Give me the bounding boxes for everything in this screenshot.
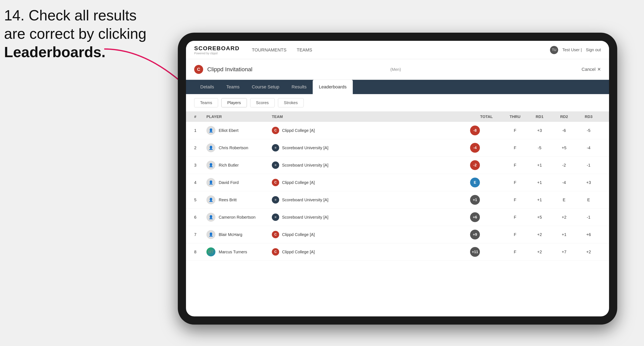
player-cell: 👤 Blair McHarg xyxy=(206,230,272,239)
player-avatar: 👤 xyxy=(206,230,216,239)
player-name: David Ford xyxy=(219,180,239,185)
team-logo: C xyxy=(272,248,279,256)
player-cell: 👤 Elliot Ebert xyxy=(206,126,272,135)
team-cell: ≡ Scoreboard University [A] xyxy=(272,213,470,221)
tab-teams[interactable]: Teams xyxy=(220,80,246,94)
rd3: +3 xyxy=(576,180,601,185)
player-cell: 👤 Cameron Robertson xyxy=(206,213,272,222)
nav-right: TU Test User | Sign out xyxy=(550,46,601,54)
player-cell: MT Marcus Turners xyxy=(206,247,272,256)
tab-details[interactable]: Details xyxy=(194,80,220,94)
logo-area: SCOREBOARD Powered by clippd xyxy=(194,45,240,55)
thru: F xyxy=(503,215,527,220)
tab-bar: Details Teams Course Setup Results Leade… xyxy=(186,80,609,94)
col-rd2: RD2 xyxy=(552,115,576,119)
score-badge: +11 xyxy=(470,247,480,257)
thru: F xyxy=(503,250,527,254)
tab-leaderboards[interactable]: Leaderboards xyxy=(313,80,353,94)
rd2: +7 xyxy=(552,250,576,254)
filter-bar: Teams Players Scores Strokes xyxy=(186,94,609,112)
score-badge: +1 xyxy=(470,195,480,205)
team-name: Clippd College [A] xyxy=(282,180,315,185)
nav-signout[interactable]: Sign out xyxy=(586,48,601,52)
thru: F xyxy=(503,232,527,237)
player-cell: 👤 Rich Butler xyxy=(206,161,272,170)
rd3: -1 xyxy=(576,215,601,220)
nav-teams[interactable]: TEAMS xyxy=(297,46,312,54)
rd3: -4 xyxy=(576,146,601,150)
player-avatar: MT xyxy=(206,247,216,256)
player-name: Rees Britt xyxy=(219,198,237,202)
cancel-button[interactable]: Cancel ✕ xyxy=(582,67,601,72)
team-logo: C xyxy=(272,127,279,134)
tournament-logo: C xyxy=(194,65,203,74)
rd3: -5 xyxy=(576,128,601,133)
table-body: 1 👤 Elliot Ebert C Clippd College [A] -8… xyxy=(186,122,609,316)
score-badge: E xyxy=(470,177,480,187)
table-row: 8 MT Marcus Turners C Clippd College [A]… xyxy=(186,243,609,261)
team-logo: ≡ xyxy=(272,144,279,152)
team-name: Scoreboard University [A] xyxy=(282,163,328,168)
player-cell: 👤 Rees Britt xyxy=(206,195,272,204)
player-name: Marcus Turners xyxy=(219,250,247,254)
col-thru: THRU xyxy=(503,115,527,119)
tab-results[interactable]: Results xyxy=(286,80,313,94)
rank: 4 xyxy=(194,180,206,185)
rd2: +5 xyxy=(552,146,576,150)
player-avatar: 👤 xyxy=(206,178,216,187)
thru: F xyxy=(503,163,527,168)
filter-scores[interactable]: Scores xyxy=(250,98,275,107)
rd2: +1 xyxy=(552,232,576,237)
player-name: Cameron Robertson xyxy=(219,215,256,220)
logo-sub: Powered by clippd xyxy=(194,52,240,55)
team-name: Clippd College [A] xyxy=(282,128,315,133)
rank: 7 xyxy=(194,232,206,237)
player-name: Blair McHarg xyxy=(219,232,242,237)
tablet-frame: SCOREBOARD Powered by clippd TOURNAMENTS… xyxy=(178,33,617,325)
col-team: TEAM xyxy=(272,115,470,119)
player-cell: 👤 David Ford xyxy=(206,178,272,187)
filter-players[interactable]: Players xyxy=(221,98,247,107)
nav-tournaments[interactable]: TOURNAMENTS xyxy=(252,46,286,54)
player-avatar: 👤 xyxy=(206,126,216,135)
team-cell: ≡ Scoreboard University [A] xyxy=(272,144,470,152)
logo-text: SCOREBOARD xyxy=(194,45,240,52)
thru: F xyxy=(503,146,527,150)
rank: 8 xyxy=(194,250,206,254)
team-name: Clippd College [A] xyxy=(282,250,315,254)
score-badge: +6 xyxy=(470,212,480,222)
nav-user-text: Test User | xyxy=(562,48,582,52)
player-avatar: 👤 xyxy=(206,213,216,222)
player-name: Elliot Ebert xyxy=(219,128,238,133)
rd2: -2 xyxy=(552,163,576,168)
table-row: 4 👤 David Ford C Clippd College [A] E F … xyxy=(186,174,609,191)
rank: 1 xyxy=(194,128,206,133)
team-logo: ≡ xyxy=(272,213,279,221)
team-name: Clippd College [A] xyxy=(282,232,315,237)
rd3: +2 xyxy=(576,250,601,254)
team-cell: C Clippd College [A] xyxy=(272,179,470,186)
rd1: +3 xyxy=(527,128,552,133)
tournament-badge: (Men) xyxy=(390,67,401,72)
col-rd1: RD1 xyxy=(527,115,552,119)
filter-teams[interactable]: Teams xyxy=(194,98,218,107)
rank: 5 xyxy=(194,198,206,202)
team-logo: ≡ xyxy=(272,196,279,203)
col-rd3: RD3 xyxy=(576,115,601,119)
team-logo: ≡ xyxy=(272,162,279,169)
score-badge: -2 xyxy=(470,160,480,170)
col-rank: # xyxy=(194,115,206,119)
thru: F xyxy=(503,198,527,202)
instruction-text: 14. Check all results are correct by cli… xyxy=(4,6,146,61)
rd1: +2 xyxy=(527,250,552,254)
team-cell: C Clippd College [A] xyxy=(272,248,470,256)
team-logo: C xyxy=(272,179,279,186)
team-cell: ≡ Scoreboard University [A] xyxy=(272,162,470,169)
table-row: 5 👤 Rees Britt ≡ Scoreboard University [… xyxy=(186,191,609,209)
rd2: E xyxy=(552,198,576,202)
top-nav: SCOREBOARD Powered by clippd TOURNAMENTS… xyxy=(186,41,609,59)
tab-course-setup[interactable]: Course Setup xyxy=(246,80,286,94)
team-cell: ≡ Scoreboard University [A] xyxy=(272,196,470,203)
team-cell: C Clippd College [A] xyxy=(272,231,470,238)
filter-strokes[interactable]: Strokes xyxy=(278,98,304,107)
